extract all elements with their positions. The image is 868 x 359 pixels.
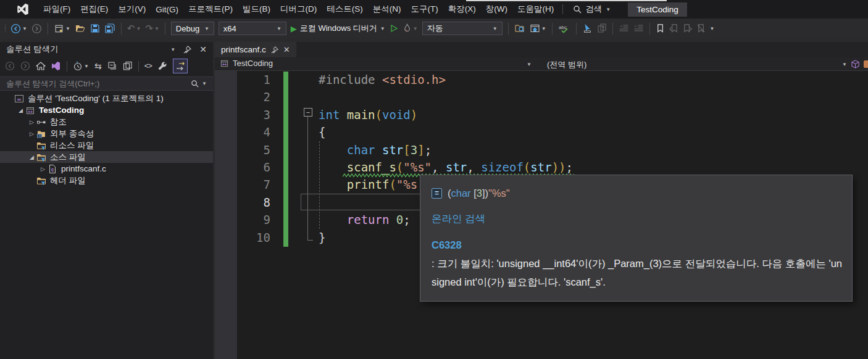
platform-dropdown[interactable]: x64▼	[219, 22, 286, 35]
standard-toolbar: ⋮⋮ ▼ ▼ ↶▼ ↷▼ Debug▼ x64▼ ▶ 로컬 Windows 디버…	[0, 19, 868, 38]
solution-explorer-search-input[interactable]: 솔루션 탐색기 검색(Ctrl+;) ▼	[0, 76, 213, 91]
find-in-files-button[interactable]	[514, 23, 525, 33]
configuration-value: Debug	[176, 24, 199, 33]
spell-checker-button[interactable]: abc	[558, 23, 570, 34]
menu-item-12[interactable]: 도움말(H)	[512, 2, 559, 16]
nav-project-dropdown[interactable]: ++ TestCoding	[220, 59, 273, 68]
warning-code-link[interactable]: C6328	[432, 239, 462, 251]
collapse-all-icon[interactable]	[107, 61, 117, 71]
switch-views-icon[interactable]	[51, 61, 61, 71]
decrease-indent-button[interactable]	[619, 24, 629, 33]
code-line-1[interactable]: #include <stdio.h>	[319, 71, 573, 88]
code-line-3[interactable]: int main(void)	[319, 106, 573, 123]
sync-with-active-document-button[interactable]	[173, 59, 188, 73]
menu-item-4[interactable]: 프로젝트(P)	[183, 2, 238, 16]
auto-dropdown[interactable]: 자동▼	[422, 22, 503, 35]
start-debugging-button[interactable]: ▶ 로컬 Windows 디버거 ▼	[291, 23, 385, 34]
menu-item-1[interactable]: 편집(E)	[75, 2, 113, 16]
code-line-2[interactable]	[319, 88, 573, 105]
save-all-button[interactable]	[104, 23, 115, 33]
navigate-to-cursor-button[interactable]	[582, 23, 593, 33]
tree-item-3[interactable]: ▷외부 종속성	[0, 128, 213, 139]
window-position-chevron[interactable]: ▼	[170, 47, 175, 52]
global-search[interactable]: 검색 ▼	[569, 4, 614, 15]
sync-selection-icon[interactable]: ⇆	[94, 61, 102, 71]
member-dropdown-clipped[interactable]	[864, 60, 868, 68]
home-icon[interactable]	[36, 61, 46, 71]
chevron-down-icon[interactable]: ▼	[842, 62, 847, 67]
hot-reload-button[interactable]: ▼	[403, 23, 418, 33]
chevron-down-icon[interactable]: ▼	[413, 26, 418, 31]
menu-item-8[interactable]: 분석(N)	[368, 2, 406, 16]
pin-icon[interactable]	[271, 46, 278, 54]
show-all-files-icon[interactable]	[123, 61, 133, 71]
tree-item-6[interactable]: ▷cprintfscanf.c	[0, 163, 213, 175]
code-line-5[interactable]: char str[3];	[319, 141, 573, 159]
home-window-icon	[530, 23, 540, 33]
back-icon[interactable]	[5, 61, 15, 71]
undo-button[interactable]: ↶▼	[127, 23, 141, 34]
configuration-dropdown[interactable]: Debug▼	[171, 22, 214, 35]
chevron-down-icon[interactable]: ▼	[202, 81, 207, 86]
forward-icon[interactable]	[20, 61, 30, 71]
tree-item-1[interactable]: ◢++TestCoding	[0, 104, 213, 116]
menu-item-9[interactable]: 도구(T)	[406, 2, 443, 16]
chevron-down-icon: ▼	[154, 26, 159, 31]
online-search-link[interactable]: 온라인 검색	[432, 212, 485, 226]
nav-project-label: TestCoding	[233, 59, 273, 68]
menu-item-7[interactable]: 테스트(S)	[322, 2, 368, 16]
save-button[interactable]	[90, 23, 100, 33]
tree-item-7[interactable]: 헤더 파일	[0, 175, 213, 186]
member-cube-icon[interactable]	[851, 59, 860, 69]
menu-item-10[interactable]: 확장(X)	[443, 2, 481, 16]
solution-name-button[interactable]: TestCoding	[628, 2, 687, 17]
code-line-4[interactable]: {	[319, 123, 573, 141]
start-without-debugging-button[interactable]	[390, 24, 398, 33]
menu-item-3[interactable]: Git(G)	[151, 2, 183, 16]
chevron-down-icon[interactable]: ▼	[541, 26, 546, 31]
chevron-down-icon[interactable]: ▼	[65, 26, 70, 31]
new-project-button[interactable]: ▼	[54, 23, 70, 34]
clear-bookmarks-button[interactable]	[696, 23, 706, 33]
menu-item-5[interactable]: 빌드(B)	[238, 2, 275, 16]
fold-collapse-icon[interactable]: −	[304, 108, 312, 117]
navigate-forward-button[interactable]	[31, 23, 42, 34]
expand-arrow-icon[interactable]: ◢	[16, 107, 25, 113]
tree-item-5[interactable]: ◢소스 파일	[0, 151, 213, 163]
toggle-bookmark-button[interactable]	[656, 23, 665, 33]
line-number-4: 4	[237, 123, 273, 141]
menu-item-2[interactable]: 보기(V)	[113, 2, 151, 16]
chevron-down-icon[interactable]: ▼	[22, 26, 27, 31]
previous-bookmark-button[interactable]	[669, 23, 678, 33]
redo-button[interactable]: ↷▼	[145, 23, 159, 34]
increase-indent-button[interactable]	[633, 24, 644, 33]
expand-arrow-icon[interactable]: ◢	[27, 154, 36, 160]
properties-wrench-icon[interactable]	[157, 61, 167, 71]
tree-item-2[interactable]: ▷참조	[0, 116, 213, 128]
tree-item-0[interactable]: ∞솔루션 'TestCoding' (1 프로젝트의 1)	[0, 93, 213, 104]
collapse-arrow-icon[interactable]: ▷	[38, 166, 48, 172]
chevron-down-icon[interactable]: ▼	[380, 26, 385, 31]
view-code-icon[interactable]: <>	[144, 62, 152, 70]
sync-namespace-button[interactable]: ▼	[530, 23, 546, 33]
pin-icon[interactable]	[183, 46, 191, 54]
menu-item-6[interactable]: 디버그(D)	[275, 2, 322, 16]
pending-changes-filter-button[interactable]: ▼	[73, 61, 89, 71]
toolbar-overflow-chevron[interactable]: ▼	[710, 26, 715, 31]
open-file-button[interactable]	[75, 23, 86, 33]
collapse-arrow-icon[interactable]: ▷	[27, 131, 36, 137]
menu-item-0[interactable]: 파일(F)	[38, 2, 75, 16]
next-bookmark-button[interactable]	[683, 23, 692, 33]
menu-item-11[interactable]: 창(W)	[481, 2, 512, 16]
close-tab-icon[interactable]: ✕	[283, 45, 290, 54]
copy-parent-button[interactable]	[597, 23, 607, 33]
tab-printfscanf[interactable]: printfscanf.c ✕	[215, 42, 296, 57]
breakpoint-gutter[interactable]	[215, 71, 237, 359]
nav-scope-dropdown[interactable]: (전역 범위)	[547, 59, 586, 70]
tree-item-4[interactable]: 리소스 파일	[0, 139, 213, 151]
close-icon[interactable]: ✕	[199, 44, 207, 54]
navigate-backward-button[interactable]: ▼	[10, 23, 27, 34]
toolbar-grip[interactable]: ⋮⋮	[2, 25, 6, 31]
collapse-arrow-icon[interactable]: ▷	[27, 119, 36, 125]
chevron-down-icon[interactable]: ▼	[527, 62, 532, 67]
